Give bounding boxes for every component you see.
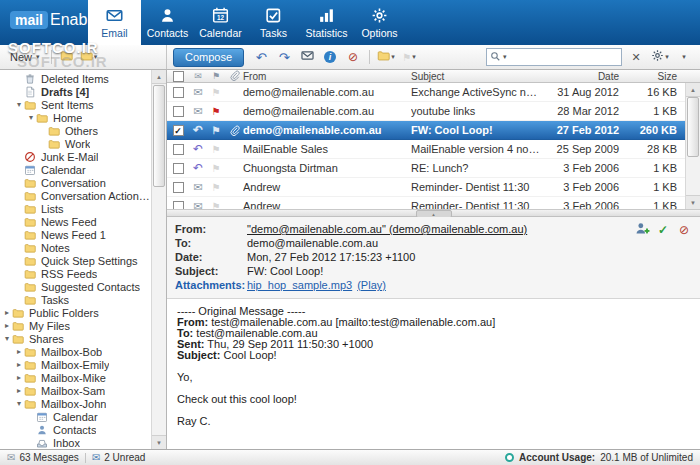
forward-button[interactable] [297, 48, 317, 66]
expander-right-icon[interactable]: ▸ [14, 347, 24, 357]
expander-down-icon[interactable]: ▾ [26, 113, 36, 123]
scroll-down-button[interactable]: ▼ [152, 435, 166, 449]
sidebar-item-deleted-items[interactable]: Deleted Items [0, 72, 151, 85]
attachment-play-link[interactable]: (Play) [357, 279, 386, 291]
flag-icon[interactable]: ⚑ [212, 125, 221, 136]
clear-search-button[interactable]: ✕ [626, 48, 646, 66]
sidebar-item-mailbox-sam[interactable]: ▸Mailbox-Sam [0, 384, 151, 397]
sidebar-item-john-calendar[interactable]: Calendar [0, 410, 151, 423]
message-row[interactable]: ✉⚑AndrewReminder- Dentist 11:303 Feb 200… [167, 178, 685, 197]
expander-down-icon[interactable]: ▾ [2, 334, 12, 344]
flag-icon[interactable]: ⚑ [212, 163, 221, 174]
sidebar-item-news-feed-1[interactable]: News Feed 1 [0, 228, 151, 241]
expander-right-icon[interactable]: ▸ [14, 373, 24, 383]
compose-button[interactable]: Compose [173, 48, 244, 67]
sidebar-item-quick-step-settings[interactable]: Quick Step Settings [0, 254, 151, 267]
row-checkbox[interactable] [167, 182, 189, 193]
search-scope-dropdown-icon[interactable]: ▾ [503, 53, 507, 61]
flag-icon[interactable]: ⚑ [212, 87, 221, 98]
more-options-button[interactable]: ▾ [674, 48, 694, 66]
flag-icon[interactable]: ⚑ [212, 201, 221, 209]
message-row[interactable]: ✉⚑AndrewReminder- Dentist 11:303 Feb 200… [167, 197, 685, 209]
sidebar-item-conversation[interactable]: Conversation [0, 176, 151, 189]
sidebar-item-notes[interactable]: Notes [0, 241, 151, 254]
sidebar-item-john-contacts[interactable]: Contacts [0, 423, 151, 436]
row-checkbox[interactable] [167, 163, 189, 174]
sidebar-item-john-inbox[interactable]: Inbox [0, 436, 151, 449]
sidebar-item-mailbox-emily[interactable]: ▸Mailbox-Emily [0, 358, 151, 371]
select-all-checkbox[interactable] [173, 71, 184, 82]
sidebar-item-rss-feeds[interactable]: RSS Feeds [0, 267, 151, 280]
list-scrollbar[interactable]: ▲ ▼ [685, 83, 700, 209]
message-row[interactable]: ✉⚑demo@mailenable.com.auyoutube links28 … [167, 102, 685, 121]
expander-down-icon[interactable]: ▾ [14, 399, 24, 409]
message-row[interactable]: ✓↶⚑demo@mailenable.com.auFW: Cool Loop!2… [167, 121, 685, 140]
row-checkbox[interactable] [167, 201, 189, 210]
message-row[interactable]: ✉⚑demo@mailenable.com.auExchange ActiveS… [167, 83, 685, 102]
expander-right-icon[interactable]: ▸ [14, 386, 24, 396]
flag-icon[interactable]: ⚑ [212, 144, 221, 155]
tab-tasks[interactable]: Tasks [247, 0, 300, 45]
reply-button[interactable]: ↶ [251, 48, 271, 66]
sidebar-item-news-feed[interactable]: News Feed [0, 215, 151, 228]
sidebar-item-shares[interactable]: ▾Shares [0, 332, 151, 345]
sidebar-item-others[interactable]: Others [0, 124, 151, 137]
scrollbar-thumb[interactable] [687, 97, 699, 157]
add-contact-button[interactable] [634, 222, 650, 238]
sidebar-item-public-folders[interactable]: ▸Public Folders [0, 306, 151, 319]
sidebar-item-conversation-action-settings[interactable]: Conversation Action Settings [0, 189, 151, 202]
search-icon[interactable] [490, 48, 501, 66]
flag-menu-button[interactable]: ⚑▾ [399, 48, 419, 66]
size-column-header[interactable]: Size [629, 71, 685, 82]
message-row[interactable]: ↶⚑MailEnable SalesMailEnable version 4 n… [167, 140, 685, 159]
row-checkbox[interactable] [167, 106, 189, 117]
attachment-link[interactable]: hip_hop_sample.mp3 [247, 279, 352, 291]
sidebar-item-my-files[interactable]: ▸My Files [0, 319, 151, 332]
flag-icon[interactable]: ⚑ [212, 182, 221, 193]
view-settings-button[interactable]: ▾ [650, 48, 670, 66]
row-checkbox[interactable] [167, 87, 189, 98]
expander-right-icon[interactable]: ▸ [14, 360, 24, 370]
info-button[interactable]: i [320, 48, 340, 66]
safe-sender-button[interactable]: ✓ [655, 222, 671, 238]
sidebar-item-suggested-contacts[interactable]: Suggested Contacts [0, 280, 151, 293]
row-checkbox[interactable] [167, 144, 189, 155]
expander-right-icon[interactable]: ▸ [2, 308, 12, 318]
row-checkbox[interactable]: ✓ [167, 125, 189, 136]
sidebar-item-drafts[interactable]: Drafts [4] [0, 85, 151, 98]
sidebar-item-tasks[interactable]: Tasks [0, 293, 151, 306]
pane-divider[interactable]: ▴ [167, 209, 700, 217]
tab-options[interactable]: Options [353, 0, 406, 45]
sidebar-item-home[interactable]: ▾Home [0, 111, 151, 124]
move-to-folder-button[interactable]: ▾ [376, 48, 396, 66]
select-all-header[interactable] [167, 71, 189, 82]
subject-column-header[interactable]: Subject [411, 71, 541, 82]
message-row[interactable]: ↶⚑Chuongsta DirtmanRE: Lunch?3 Feb 20061… [167, 159, 685, 178]
attachment-column-header[interactable] [225, 70, 243, 83]
sidebar-item-junk-email[interactable]: Junk E-Mail [0, 150, 151, 163]
sidebar-item-calendar[interactable]: Calendar [0, 163, 151, 176]
scroll-up-button[interactable]: ▲ [152, 70, 166, 84]
status-column-header[interactable]: ✉ [189, 71, 207, 81]
expander-down-icon[interactable]: ▾ [14, 100, 24, 110]
tab-email[interactable]: Email [88, 0, 141, 45]
tab-statistics[interactable]: Statistics [300, 0, 353, 45]
scrollbar-thumb[interactable] [153, 85, 165, 187]
tab-calendar[interactable]: 12Calendar [194, 0, 247, 45]
sidebar-item-lists[interactable]: Lists [0, 202, 151, 215]
reply-all-button[interactable]: ↷ [274, 48, 294, 66]
scroll-up-button[interactable]: ▲ [686, 83, 700, 97]
flag-column-header[interactable]: ⚑ [207, 71, 225, 81]
date-column-header[interactable]: Date [541, 71, 629, 82]
block-button[interactable]: ⊘ [343, 48, 363, 66]
expander-right-icon[interactable]: ▸ [2, 321, 12, 331]
scroll-down-button[interactable]: ▼ [686, 195, 700, 209]
flag-red-icon[interactable]: ⚑ [212, 106, 221, 117]
sidebar-scrollbar[interactable]: ▲ ▼ [151, 70, 166, 449]
sidebar-item-mailbox-bob[interactable]: ▸Mailbox-Bob [0, 345, 151, 358]
search-input[interactable] [509, 50, 618, 64]
sidebar-item-mailbox-john[interactable]: ▾Mailbox-John [0, 397, 151, 410]
sidebar-item-work[interactable]: Work [0, 137, 151, 150]
folder-settings-button[interactable]: ▾ [79, 48, 99, 66]
sidebar-item-sent-items[interactable]: ▾Sent Items [0, 98, 151, 111]
